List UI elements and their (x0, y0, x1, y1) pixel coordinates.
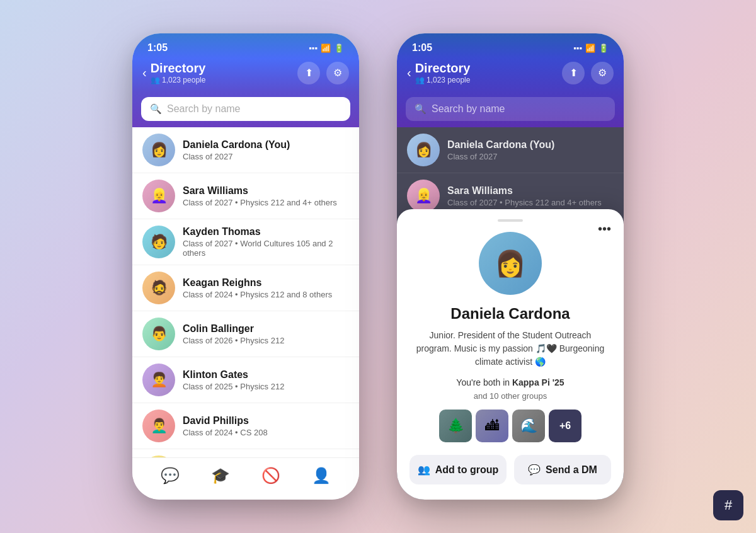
chat-icon: 💬 (161, 467, 180, 484)
search-icon-1: 🔍 (150, 103, 162, 115)
nav-profile[interactable]: 👤 (307, 464, 336, 487)
settings-button-1[interactable]: ⚙ (326, 62, 349, 84)
profile-bio: Junior. President of the Student Outreac… (410, 329, 611, 369)
group-photos: 🌲 🏙 🌊 +6 (410, 410, 611, 442)
profile-name: Daniela Cardona (410, 305, 611, 323)
nav-discover[interactable]: 🚫 (256, 464, 285, 487)
list-item[interactable]: 🧑 Kayden Thomas Class of 2027 • World Cu… (132, 219, 359, 265)
sheet-handle (498, 219, 523, 222)
list-item[interactable]: 👱‍♀️ Sara Williams Class of 2027 • Physi… (132, 173, 359, 219)
search-placeholder-1: Search by name (167, 103, 241, 115)
profile-sheet: ••• 👩 Daniela Cardona Junior. President … (397, 209, 624, 500)
upload-button-2[interactable]: ⬆ (562, 62, 585, 84)
person-info: Daniela Cardona (You) Class of 2027 (447, 139, 614, 161)
avatar: 🧑‍🦱 (142, 364, 175, 396)
list-item[interactable]: 👩 Daniela Cardona (You) Class of 2027 (397, 127, 624, 173)
add-to-group-button[interactable]: 👥 Add to group (410, 455, 507, 484)
back-button-2[interactable]: ‹ (407, 66, 411, 80)
more-options-button[interactable]: ••• (598, 222, 611, 236)
person-info: Kayden Thomas Class of 2027 • World Cult… (183, 226, 349, 258)
battery-icon-2: 🔋 (598, 43, 609, 53)
back-button-1[interactable]: ‹ (142, 66, 147, 80)
app-logo: # (713, 490, 743, 520)
upload-icon: ⬆ (305, 67, 313, 79)
nav-messages[interactable]: 💬 (156, 464, 185, 487)
header-2: ‹ Directory 👥 1,023 people ⬆ ⚙ (397, 59, 624, 92)
search-container-1: 🔍 Search by name (132, 92, 359, 127)
settings-button-2[interactable]: ⚙ (591, 62, 614, 84)
person-info: Klinton Gates Class of 2025 • Physics 21… (183, 369, 349, 391)
person-detail: Class of 2027 • World Cultures 105 and 2… (183, 239, 349, 258)
search-bar-1[interactable]: 🔍 Search by name (141, 97, 350, 121)
bottom-nav-1: 💬 🎓 🚫 👤 (132, 457, 359, 500)
status-bar-1: 1:05 ▪▪▪ 📶 🔋 (132, 33, 359, 59)
person-name: David Phillips (183, 415, 349, 427)
avatar: 👨 (142, 318, 175, 350)
person-info: David Phillips Class of 2024 • CS 208 (183, 415, 349, 437)
status-icons-1: ▪▪▪ 📶 🔋 (309, 43, 344, 53)
profile-actions: 👥 Add to group 💬 Send a DM (410, 455, 611, 484)
status-bar-2: 1:05 ▪▪▪ 📶 🔋 (397, 33, 624, 59)
time-1: 1:05 (147, 42, 168, 54)
person-name: Daniela Cardona (You) (447, 139, 614, 151)
list-item[interactable]: 👨 Colin Ballinger Class of 2026 • Physic… (132, 311, 359, 357)
search-container-2: 🔍 Search by name (397, 92, 624, 127)
header-title-1: Directory (151, 61, 206, 76)
person-name: Klinton Gates (183, 369, 349, 381)
person-name: Daniela Cardona (You) (183, 139, 349, 151)
person-name: Sara Williams (447, 185, 614, 197)
dm-icon: 💬 (528, 464, 541, 476)
profile-groups-sub: and 10 other groups (410, 391, 611, 401)
logo-icon: # (724, 497, 732, 513)
person-detail: Class of 2027 • Physics 212 and 4+ other… (183, 198, 349, 207)
signal-icon: ▪▪▪ (309, 43, 318, 53)
phone-2: 1:05 ▪▪▪ 📶 🔋 ‹ Directory 👥 1,023 people … (397, 33, 624, 500)
group-photo-3: 🌊 (512, 410, 545, 442)
avatar: 👩 (407, 134, 440, 166)
phone-1: 1:05 ▪▪▪ 📶 🔋 ‹ Directory 👥 1,023 people … (132, 33, 359, 500)
signal-icon-2: ▪▪▪ (573, 43, 582, 53)
person-name: Keagan Reighns (183, 277, 349, 289)
person-info: Daniela Cardona (You) Class of 2027 (183, 139, 349, 161)
nav-directory[interactable]: 🎓 (206, 464, 235, 487)
list-item[interactable]: 👨‍🦱 David Phillips Class of 2024 • CS 20… (132, 403, 359, 449)
upload-icon-2: ⬆ (570, 67, 578, 79)
person-detail: Class of 2026 • Physics 212 (183, 336, 349, 345)
search-bar-2[interactable]: 🔍 Search by name (406, 97, 615, 121)
upload-button-1[interactable]: ⬆ (297, 62, 320, 84)
header-title-group-2: Directory 👥 1,023 people (415, 61, 471, 84)
header-left-1: ‹ Directory 👥 1,023 people (142, 61, 205, 84)
header-left-2: ‹ Directory 👥 1,023 people (407, 61, 470, 84)
header-actions-1: ⬆ ⚙ (297, 62, 349, 84)
profile-groups-label: You're both in Kappa Pi '25 (410, 377, 611, 387)
search-placeholder-2: Search by name (432, 103, 505, 115)
group-photo-2: 🏙 (476, 410, 508, 442)
list-item[interactable]: 🧑‍🦱 Klinton Gates Class of 2025 • Physic… (132, 357, 359, 403)
list-item[interactable]: 👩 Daniela Cardona (You) Class of 2027 (132, 127, 359, 173)
send-dm-label: Send a DM (546, 464, 597, 476)
time-2: 1:05 (412, 42, 432, 54)
person-detail: Class of 2025 • Physics 212 (183, 382, 349, 391)
header-title-2: Directory (415, 61, 471, 76)
settings-icon-2: ⚙ (598, 67, 607, 79)
avatar: 🧔 (142, 272, 175, 304)
avatar: 👱‍♀️ (142, 180, 175, 212)
add-group-icon: 👥 (418, 464, 430, 476)
group-highlight: Kappa Pi '25 (512, 377, 564, 387)
person-info: Sara Williams Class of 2027 • Physics 21… (447, 185, 614, 207)
profile-avatar: 👩 (479, 232, 542, 295)
graduation-icon: 🎓 (211, 467, 230, 484)
person-list-1: 👩 Daniela Cardona (You) Class of 2027 👱‍… (132, 127, 359, 457)
discover-icon: 🚫 (261, 467, 280, 484)
list-item[interactable]: 🧔 Keagan Reighns Class of 2024 • Physics… (132, 265, 359, 311)
person-name: Colin Ballinger (183, 323, 349, 335)
avatar: 👱‍♀️ (407, 180, 440, 212)
header-actions-2: ⬆ ⚙ (562, 62, 614, 84)
person-info: Keagan Reighns Class of 2024 • Physics 2… (183, 277, 349, 299)
header-subtitle-1: 👥 1,023 people (151, 76, 206, 84)
status-icons-2: ▪▪▪ 📶 🔋 (573, 43, 609, 53)
group-photo-more: +6 (549, 410, 581, 442)
list-item[interactable]: 👩‍🦰 Quinn Class of 2026 • Physics 212 an… (132, 449, 359, 457)
person-detail: Class of 2027 • Physics 212 and 4+ other… (447, 198, 614, 207)
send-dm-button[interactable]: 💬 Send a DM (514, 455, 611, 484)
